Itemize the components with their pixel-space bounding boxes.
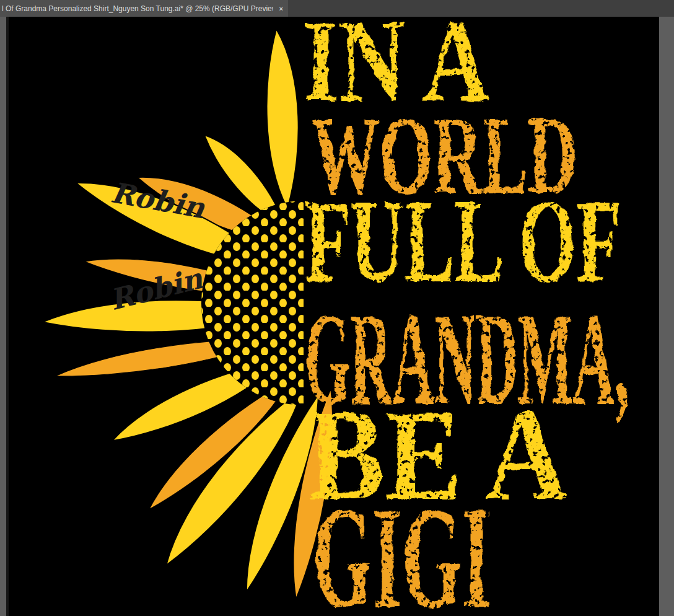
- document-tab-bar: l Of Grandma Personalized Shirt_Nguyen S…: [0, 0, 674, 17]
- artwork-svg: Robin Robin IN A WORLD FULL OF GRANDMA, …: [9, 17, 659, 616]
- headline-line-6[interactable]: GIGI: [312, 476, 490, 616]
- sunflower-graphic[interactable]: Robin Robin: [42, 27, 341, 601]
- pasteboard-right: [659, 17, 674, 616]
- sunflower-petal[interactable]: [259, 27, 307, 209]
- tab-close-icon[interactable]: ×: [273, 5, 283, 12]
- headline-text-block[interactable]: IN A WORLD FULL OF GRANDMA, BE A GIGI: [302, 17, 628, 616]
- illustrator-window: l Of Grandma Personalized Shirt_Nguyen S…: [0, 0, 674, 616]
- artboard-canvas[interactable]: Robin Robin IN A WORLD FULL OF GRANDMA, …: [9, 17, 659, 616]
- pasteboard-left: [0, 17, 6, 616]
- document-tab-title: l Of Grandma Personalized Shirt_Nguyen S…: [2, 4, 273, 13]
- document-tab[interactable]: l Of Grandma Personalized Shirt_Nguyen S…: [0, 0, 288, 17]
